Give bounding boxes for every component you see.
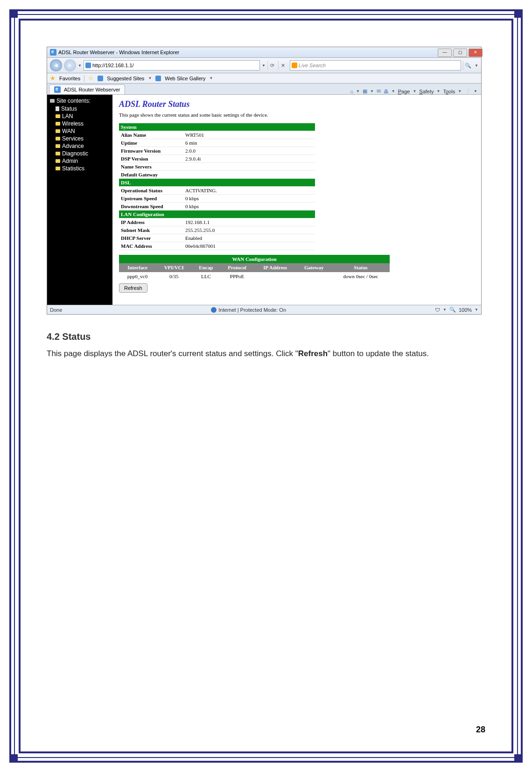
subnet-label: Subnet Mask — [119, 226, 183, 234]
upstream-value: 0 kbps — [183, 195, 315, 203]
tab-bar: ADSL Router Webserver ⌂▼ ▦▼ ✉ 🖶▼ Page▼ S… — [47, 84, 481, 95]
help-icon[interactable]: ❔ — [464, 88, 471, 94]
lan-section-header: LAN Configuration — [119, 211, 315, 218]
protected-mode-icon[interactable]: 🛡 — [435, 307, 440, 313]
search-provider-icon — [292, 63, 297, 68]
wan-col-interface: Interface — [119, 263, 156, 272]
sidebar-item-wireless[interactable]: Wireless — [47, 120, 112, 127]
zoom-value[interactable]: 100% — [459, 307, 472, 313]
wan-vpivci-value: 0/35 — [156, 272, 192, 281]
dsp-label: DSP Version — [119, 155, 183, 163]
title-bar: ADSL Router Webserver - Windows Internet… — [47, 47, 481, 58]
ip-label: IP Address — [119, 218, 183, 226]
status-text-zone: Internet | Protected Mode: On — [218, 307, 286, 313]
content-area: ADSL Router Status This page shows the c… — [112, 95, 481, 305]
safety-menu[interactable]: Safety — [419, 89, 434, 94]
page-title: ADSL Router Status — [119, 99, 475, 109]
stop-icon[interactable]: ✕ — [278, 61, 288, 70]
status-text-left: Done — [50, 307, 62, 313]
sidebar-item-lan[interactable]: LAN — [47, 112, 112, 120]
dhcp-value: Enabled — [183, 234, 315, 242]
suggested-sites-link[interactable]: Suggested Sites — [107, 76, 144, 81]
alias-name-value: WRT501 — [183, 131, 315, 139]
search-dropdown[interactable]: ▼ — [475, 63, 478, 68]
wan-col-protocol: Protocol — [220, 263, 254, 272]
uptime-label: Uptime — [119, 139, 183, 147]
favorites-star-icon[interactable]: ★ — [50, 75, 56, 82]
refresh-button[interactable]: Refresh — [119, 283, 147, 293]
wan-row: ppp0_vc0 0/35 LLC PPPoE down 0sec / 0sec — [119, 272, 390, 281]
document-text: 4.2 Status This page displays the ADSL r… — [47, 331, 485, 362]
back-button[interactable]: ◄ — [50, 59, 62, 71]
url-dropdown[interactable]: ▼ — [262, 63, 266, 68]
mail-icon[interactable]: ✉ — [377, 88, 381, 94]
wan-status-value: down 0sec / 0sec — [332, 272, 390, 281]
page-number: 28 — [476, 725, 485, 735]
section-heading: 4.2 Status — [47, 331, 485, 342]
page-icon — [85, 63, 91, 68]
minimize-button[interactable]: — — [438, 49, 452, 57]
close-button[interactable]: ✕ — [469, 49, 483, 57]
system-section-header: System — [119, 123, 315, 131]
mac-value: 00e04c867001 — [183, 242, 315, 250]
webslice-dropdown[interactable]: ▼ — [210, 76, 213, 80]
sidebar-nav: Site contents: Status LAN Wireless WAN S… — [47, 95, 112, 305]
sidebar-item-advance[interactable]: Advance — [47, 142, 112, 150]
favorites-bar: ★ Favorites ☆ Suggested Sites ▼ Web Slic… — [47, 73, 481, 84]
refresh-icon[interactable]: ⟳ — [267, 61, 277, 70]
section-body: This page displays the ADSL router's cur… — [47, 346, 485, 362]
suggested-sites-icon — [98, 76, 103, 81]
forward-button[interactable]: ► — [64, 59, 76, 71]
sidebar-item-status[interactable]: Status — [47, 105, 112, 112]
window-title: ADSL Router Webserver - Windows Internet… — [58, 49, 179, 55]
webslice-link[interactable]: Web Slice Gallery — [165, 76, 205, 81]
browser-window: ADSL Router Webserver - Windows Internet… — [47, 47, 482, 315]
maximize-button[interactable]: ▢ — [453, 49, 467, 57]
tools-menu[interactable]: Tools — [443, 89, 455, 94]
wan-interface-value: ppp0_vc0 — [119, 272, 156, 281]
wan-encap-value: LLC — [192, 272, 220, 281]
print-icon[interactable]: 🖶 — [384, 89, 389, 94]
address-bar[interactable]: http://192.168.1.1/ — [84, 60, 260, 70]
nameservers-label: Name Servers — [119, 163, 183, 171]
sidebar-item-services[interactable]: Services — [47, 135, 112, 142]
wan-table: WAN Configuration Interface VPI/VCI Enca… — [119, 255, 390, 281]
dsp-value: 2.9.0.4i — [183, 155, 315, 163]
search-button[interactable]: 🔍 — [463, 61, 473, 70]
ip-value: 192.168.1.1 — [183, 218, 315, 226]
sidebar-item-wan[interactable]: WAN — [47, 127, 112, 135]
page-menu[interactable]: Page — [398, 89, 410, 94]
webslice-icon — [155, 76, 161, 81]
wan-ip-value — [254, 272, 296, 281]
sidebar-item-statistics[interactable]: Statistics — [47, 165, 112, 172]
browser-tab[interactable]: ADSL Router Webserver — [49, 84, 125, 94]
tab-icon — [54, 86, 61, 93]
tab-title: ADSL Router Webserver — [64, 87, 120, 92]
sidebar-item-admin[interactable]: Admin — [47, 157, 112, 165]
wan-col-gateway: Gateway — [296, 263, 332, 272]
feeds-icon[interactable]: ▦ — [363, 88, 367, 94]
zoom-icon[interactable]: 🔍 — [449, 307, 456, 313]
dhcp-label: DHCP Server — [119, 234, 183, 242]
wan-protocol-value: PPPoE — [220, 272, 254, 281]
firmware-value: 2.0.0 — [183, 147, 315, 155]
nav-history-dropdown[interactable]: ▼ — [78, 63, 82, 68]
ie-icon — [50, 49, 56, 56]
suggested-dropdown[interactable]: ▼ — [148, 76, 152, 80]
dsl-section-header: DSL — [119, 179, 315, 187]
url-text: http://192.168.1.1/ — [92, 63, 134, 68]
nameservers-value — [183, 163, 315, 171]
nav-bar: ◄ ► ▼ http://192.168.1.1/ ▼ ⟳ ✕ Live Sea… — [47, 58, 481, 73]
status-bar: Done Internet | Protected Mode: On 🛡▼ 🔍 … — [47, 305, 481, 314]
wan-col-vpivci: VPI/VCI — [156, 263, 192, 272]
search-placeholder: Live Search — [299, 63, 326, 68]
upstream-label: Upstream Speed — [119, 195, 183, 203]
sidebar-header: Site contents: — [47, 97, 112, 105]
search-box[interactable]: Live Search — [290, 60, 461, 70]
zoom-dropdown[interactable]: ▼ — [475, 308, 478, 312]
home-icon[interactable]: ⌂ — [350, 89, 353, 94]
wan-section-header: WAN Configuration — [119, 255, 390, 263]
wan-gateway-value — [296, 272, 332, 281]
sidebar-item-diagnostic[interactable]: Diagnostic — [47, 150, 112, 157]
page-description: This page shows the current status and s… — [119, 112, 475, 118]
